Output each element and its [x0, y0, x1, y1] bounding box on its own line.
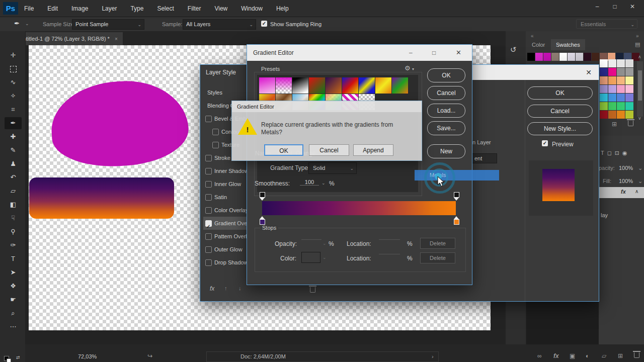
color-swatch[interactable]	[608, 85, 616, 93]
maximize-icon[interactable]: □	[432, 45, 436, 61]
tab-swatches[interactable]: Swatches	[551, 39, 585, 50]
color-swatch[interactable]	[617, 68, 625, 76]
color-swatch[interactable]	[584, 53, 591, 61]
color-swatch[interactable]	[568, 53, 575, 61]
link-layers-icon[interactable]: ∞	[537, 352, 542, 359]
layer-mask-icon[interactable]: ▣	[570, 352, 575, 359]
checkbox[interactable]	[205, 116, 212, 122]
minimize-icon[interactable]: –	[409, 45, 413, 61]
color-stop-right[interactable]	[453, 216, 460, 225]
scroll-up-icon[interactable]: ∧	[638, 54, 641, 59]
move-down-icon[interactable]: ↓	[238, 285, 242, 291]
alert-cancel-button[interactable]: Cancel	[309, 144, 349, 156]
checkbox[interactable]	[205, 194, 212, 201]
marquee-tool-icon[interactable]	[5, 63, 22, 75]
layer-style-item-gradient-overlay[interactable]: Gradient Overlay	[203, 217, 247, 230]
delete-style-icon[interactable]	[310, 287, 315, 293]
close-icon[interactable]: ✕	[456, 45, 461, 61]
layer-style-item-color-overlay[interactable]: Color Overlay	[203, 204, 247, 217]
color-swatch[interactable]	[617, 102, 625, 110]
color-swatch[interactable]	[600, 68, 608, 76]
layer-fx-icon[interactable]: fx	[553, 352, 559, 359]
gradient-preset-black-white[interactable]	[292, 77, 308, 94]
tab-color[interactable]: Color	[527, 39, 550, 50]
hand-tool-icon[interactable]: ☛	[5, 294, 22, 306]
menu-filter[interactable]: Filter	[188, 5, 201, 12]
chevron-down-icon[interactable]: ⌄	[638, 165, 642, 171]
eraser-tool-icon[interactable]: ▱	[5, 185, 22, 197]
menu-window[interactable]: Window	[241, 5, 263, 12]
menu-type[interactable]: Type	[130, 5, 143, 12]
collapse-fx-icon[interactable]: ∧	[635, 189, 638, 194]
show-sampling-ring-checkbox[interactable]: ✓	[261, 21, 267, 27]
color-swatch[interactable]	[617, 59, 625, 67]
delete-swatch-icon[interactable]	[628, 121, 633, 126]
pen-tool-icon[interactable]: ✑	[5, 239, 22, 251]
status-chevron-icon[interactable]: ›	[432, 353, 434, 359]
share-icon[interactable]: ↪	[147, 352, 152, 359]
layer-style-item-outer-glow[interactable]: Outer Glow	[203, 243, 247, 256]
save-button[interactable]: Save...	[427, 121, 465, 135]
layer-style-item-satin[interactable]: Satin	[203, 191, 247, 204]
preview-checkbox[interactable]: ✓	[542, 140, 548, 146]
color-swatch[interactable]	[576, 53, 583, 61]
layer-style-cancel-button[interactable]: Cancel	[527, 105, 593, 118]
gradient-overlay-row-fragment[interactable]: lay	[601, 212, 608, 218]
new-layer-icon[interactable]: ⊞	[618, 352, 623, 359]
layer-style-item-pattern-overlay[interactable]: Pattern Overlay	[203, 230, 247, 243]
checkbox[interactable]	[205, 246, 212, 253]
close-icon[interactable]: ✕	[586, 65, 592, 80]
color-swatch[interactable]	[559, 53, 567, 61]
selected-layer-row[interactable]: fx ∧	[599, 187, 644, 198]
layer-style-ok-button[interactable]: OK	[527, 86, 593, 100]
color-swatch[interactable]	[625, 94, 633, 102]
quick-select-tool-icon[interactable]: ✧	[5, 90, 22, 102]
new-style-button[interactable]: New Style...	[527, 122, 593, 135]
color-swatch[interactable]	[617, 111, 625, 119]
layer-style-item-drop-shadow[interactable]: Drop Shadow	[203, 256, 247, 269]
gradient-preset-blue-red-yellow[interactable]	[342, 77, 358, 94]
color-swatch[interactable]	[625, 59, 633, 67]
tab-close-icon[interactable]: ×	[115, 36, 118, 42]
dodge-tool-icon[interactable]: ⚲	[5, 226, 22, 238]
color-swatch[interactable]	[600, 94, 608, 102]
smudge-tool-icon[interactable]: ☟	[5, 212, 22, 224]
color-swatch[interactable]	[608, 59, 616, 67]
menu-view[interactable]: View	[214, 5, 227, 12]
sample-dropdown[interactable]: All Layers ⌄	[183, 19, 256, 30]
brush-tool-icon[interactable]: ✎	[5, 144, 22, 156]
color-swatch[interactable]	[592, 53, 599, 61]
styles-item[interactable]: Styles	[203, 86, 247, 99]
color-swatch[interactable]	[625, 102, 633, 110]
checkbox[interactable]	[205, 155, 212, 161]
alert-ok-button[interactable]: OK	[264, 144, 303, 156]
layer-style-item-inner-shadow[interactable]: Inner Shadow	[203, 164, 247, 177]
lasso-tool-icon[interactable]: ∿	[5, 76, 22, 88]
checkbox[interactable]	[205, 207, 212, 214]
default-colors-icon[interactable]	[4, 356, 9, 361]
checkbox[interactable]	[205, 168, 212, 174]
color-swatch[interactable]	[608, 68, 616, 76]
swap-colors-icon[interactable]: ⇄	[16, 355, 20, 360]
sample-size-dropdown[interactable]: Point Sample ⌄	[72, 19, 144, 30]
opacity-value[interactable]: 100%	[619, 165, 633, 171]
checkbox[interactable]	[205, 220, 212, 227]
gradient-preset-orange-yellow-orange[interactable]	[375, 77, 391, 94]
workspace-dropdown[interactable]: Essentials ⌄	[576, 19, 637, 29]
color-swatch[interactable]	[600, 85, 608, 93]
color-swatch[interactable]	[625, 85, 633, 93]
load-button[interactable]: Load...	[427, 104, 465, 118]
color-swatch[interactable]	[617, 76, 625, 84]
gear-icon[interactable]: ⚙	[405, 64, 411, 72]
scrollbar-thumb[interactable]	[638, 70, 642, 101]
color-swatch[interactable]	[608, 94, 616, 102]
gradient-preset-red-green[interactable]	[309, 77, 325, 94]
color-swatch[interactable]	[608, 102, 616, 110]
gradient-type-dropdown[interactable]: Solid ⌄	[308, 162, 357, 174]
checkbox[interactable]	[212, 142, 219, 148]
new-swatch-icon[interactable]: ⊞	[612, 121, 617, 128]
chevron-down-icon[interactable]: ⌄	[321, 180, 326, 186]
fx-icon[interactable]: fx	[210, 285, 214, 292]
color-swatch[interactable]	[551, 53, 559, 61]
new-gradient-button[interactable]: New	[427, 144, 465, 158]
